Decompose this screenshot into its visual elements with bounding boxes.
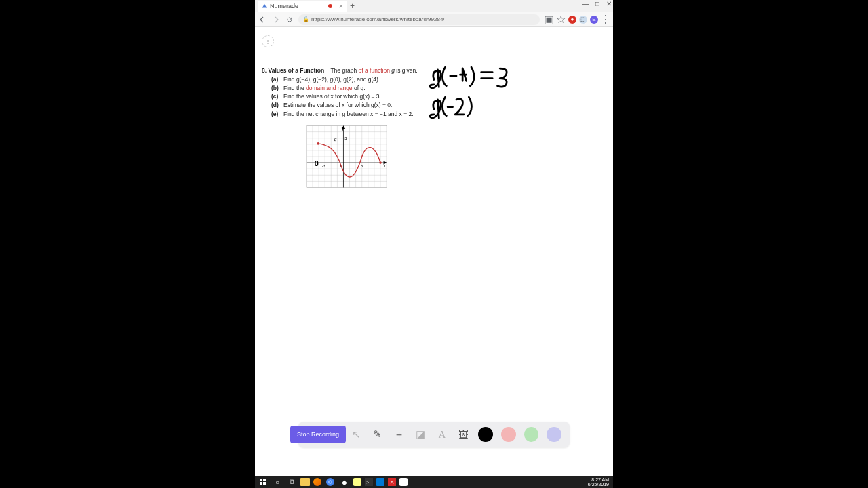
- back-button[interactable]: [258, 15, 267, 24]
- app-icon-2[interactable]: [353, 478, 361, 486]
- recording-indicator-icon: [328, 4, 332, 8]
- graph-3-label: 3: [361, 164, 363, 168]
- part-a-text: Find g(−4), g(−2), g(0), g(2), and g(4).: [283, 75, 380, 84]
- lock-icon: 🔒: [302, 16, 309, 22]
- file-explorer-icon[interactable]: [300, 478, 310, 486]
- color-black-button[interactable]: [478, 427, 493, 442]
- stop-recording-button[interactable]: Stop Recording: [290, 426, 346, 443]
- window-close-button[interactable]: ✕: [606, 0, 612, 7]
- svg-point-27: [317, 142, 319, 145]
- clock-date: 6/25/2019: [588, 482, 609, 487]
- part-c-label: (c): [271, 92, 281, 101]
- bookmark-star-icon[interactable]: ☆: [556, 15, 566, 24]
- close-tab-icon[interactable]: ×: [339, 3, 343, 10]
- part-b-pre: Find the: [283, 85, 306, 92]
- window-maximize-button[interactable]: □: [595, 0, 599, 7]
- graph-g-label: g: [334, 137, 337, 142]
- svg-rect-31: [260, 482, 262, 485]
- reload-button[interactable]: [285, 15, 294, 24]
- numerade-favicon-icon: [262, 3, 267, 9]
- problem-title: Values of a Function: [268, 67, 324, 74]
- problem-number: 8.: [262, 67, 267, 74]
- app-icon-4[interactable]: [399, 478, 408, 486]
- url-text: https://www.numerade.com/answers/whitebo…: [311, 16, 445, 22]
- intro-pre: The graph: [330, 67, 358, 74]
- url-input[interactable]: 🔒 https://www.numerade.com/answers/white…: [298, 14, 540, 25]
- window-minimize-button[interactable]: —: [582, 0, 589, 7]
- image-tool-button[interactable]: 🖼: [457, 428, 471, 441]
- intro-post: is given.: [395, 67, 418, 74]
- svg-rect-29: [260, 479, 262, 481]
- color-pink-button[interactable]: [501, 427, 516, 442]
- firefox-icon[interactable]: [313, 478, 321, 486]
- part-d-label: (d): [271, 101, 281, 110]
- part-d-text: Estimate the values of x for which g(x) …: [283, 101, 392, 110]
- problem-block: 8. Values of a Function The graph of a f…: [262, 66, 425, 190]
- extension-recorder-icon[interactable]: ●: [568, 16, 576, 24]
- pointer-tool-button[interactable]: ↖: [349, 428, 363, 441]
- tab-title: Numerade: [270, 3, 298, 9]
- part-b-post: of g.: [353, 85, 366, 92]
- taskbar-clock[interactable]: 8:27 AM 6/25/2019: [588, 477, 609, 487]
- page-badge-icon[interactable]: ⋮: [262, 35, 274, 47]
- color-green-button[interactable]: [524, 427, 539, 442]
- svg-point-28: [379, 161, 382, 164]
- extension-cast-icon[interactable]: ▣: [544, 15, 553, 24]
- handwriting-area: [428, 61, 530, 142]
- graph-y3-label: 3: [344, 136, 347, 140]
- intro-red: of a function: [359, 67, 392, 74]
- browser-tab[interactable]: Numerade ×: [258, 1, 347, 12]
- svg-rect-30: [263, 479, 266, 481]
- extension-green-icon[interactable]: ⬚: [579, 16, 587, 24]
- browser-titlebar: Numerade × + — □ ✕: [255, 0, 613, 12]
- part-a-label: (a): [271, 75, 281, 84]
- new-tab-button[interactable]: +: [350, 1, 355, 11]
- part-e-label: (e): [271, 110, 281, 119]
- clock-time: 8:27 AM: [588, 477, 609, 482]
- part-c-text: Find the values of x for which g(x) = 3.: [283, 92, 381, 101]
- handwritten-origin-mark: 0: [315, 159, 319, 167]
- part-b-red: domain and range: [306, 85, 353, 92]
- eraser-tool-button[interactable]: ◪: [414, 428, 427, 441]
- pen-tool-button[interactable]: ✎: [371, 428, 384, 441]
- forward-button[interactable]: [271, 15, 281, 24]
- svg-marker-0: [262, 4, 267, 8]
- vscode-icon[interactable]: [376, 478, 384, 486]
- graph-x-label: x: [384, 163, 387, 168]
- part-e-text: Find the net change in g between x = −1 …: [283, 110, 414, 119]
- problem-graph: y x 3 -3 0 3 0 g: [302, 123, 391, 190]
- graph-neg3-label: -3: [322, 164, 326, 168]
- task-view-icon[interactable]: ⧉: [286, 476, 297, 487]
- text-tool-button[interactable]: A: [435, 428, 449, 441]
- app-icon-3[interactable]: >_: [365, 478, 373, 486]
- browser-menu-icon[interactable]: ⋮: [601, 15, 610, 24]
- color-blue-button[interactable]: [547, 427, 561, 442]
- profile-avatar-icon[interactable]: E: [590, 16, 598, 24]
- start-button[interactable]: [258, 476, 269, 487]
- add-tool-button[interactable]: ＋: [393, 428, 406, 441]
- page-content: ⋮ 8. Values of a Function The graph of a…: [255, 27, 613, 474]
- svg-rect-32: [263, 482, 266, 485]
- app-icon-1[interactable]: ◆: [339, 476, 350, 487]
- chrome-icon[interactable]: [325, 476, 336, 487]
- browser-address-bar: 🔒 https://www.numerade.com/answers/white…: [255, 12, 613, 27]
- graph-0-label: 0: [340, 164, 342, 168]
- windows-taskbar: ○ ⧉ ◆ >_ A 8:27 AM 6/25/2019: [255, 476, 613, 488]
- cortana-icon[interactable]: ○: [272, 476, 283, 487]
- part-b-label: (b): [271, 84, 281, 93]
- whiteboard-toolbar: Stop Recording ↶ ↷ ↖ ✎ ＋ ◪ A 🖼: [298, 422, 570, 447]
- acrobat-icon[interactable]: A: [388, 478, 396, 486]
- svg-point-35: [329, 481, 332, 483]
